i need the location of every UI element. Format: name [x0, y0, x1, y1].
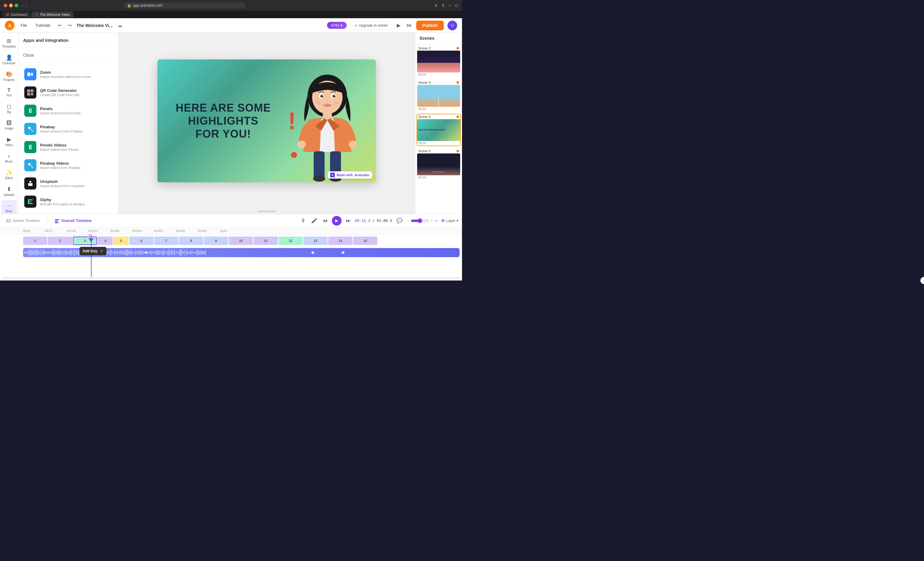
new-tab-icon[interactable]: + [448, 3, 451, 8]
audio-keyframe-4[interactable] [342, 251, 345, 254]
app-item-unsplash[interactable]: Unsplash Import pictures from Unsplash [21, 174, 116, 193]
zoom-slider: − + ⇔ [407, 218, 438, 223]
clip-13[interactable]: 13 [303, 236, 328, 245]
minimize-window[interactable] [9, 4, 13, 7]
close-panel-button[interactable]: Close [23, 52, 34, 59]
clip-2[interactable]: 2 [48, 236, 72, 245]
welcome-video-tab[interactable]: ⊞ The Welcome Video [32, 12, 74, 18]
timeline-header: Scene Timeline Overall Timeline 🎙 🎤 ⏮ ▶ … [0, 214, 462, 227]
scene4-label: Scene 4 [418, 115, 430, 118]
app-item-zoom[interactable]: Zoom Import recorded videos from zoom [21, 65, 116, 84]
clip-12[interactable]: 12 [279, 236, 303, 245]
app-item-giphy[interactable]: Giphy Add gifs from giphy to designs [21, 193, 116, 211]
svg-rect-33 [314, 151, 325, 179]
zoom-in-icon[interactable]: + [431, 218, 433, 223]
save-icon[interactable]: ☁ [117, 22, 122, 28]
download-icon[interactable]: ⬇ [434, 3, 438, 8]
app-item-pixabay-video[interactable]: Pixabay Videos Import videos from Pixaba… [21, 156, 116, 174]
redo-button[interactable]: ↪ [66, 21, 73, 29]
sidebar-item-effect[interactable]: ✨ Effect [1, 167, 17, 182]
mic-button[interactable]: 🎤 [310, 217, 318, 225]
play-button[interactable]: ▶ [332, 216, 342, 226]
sidebar-item-image[interactable]: 🖼 Image [1, 117, 17, 133]
audio-keyframe-3[interactable] [311, 251, 314, 254]
dashboard-tab-label: Dashboard [11, 13, 27, 16]
sidebar-item-bg[interactable]: ◻ Bg [1, 101, 17, 116]
clip-14[interactable]: 14 [328, 236, 352, 245]
share-icon[interactable]: ⬆ [441, 3, 445, 8]
caption-button[interactable]: 💬 [395, 217, 404, 225]
publish-button[interactable]: Publish [416, 21, 444, 30]
more-label: More [6, 209, 12, 213]
clip-5[interactable]: 5 [114, 236, 129, 245]
app-item-pexels-video[interactable]: Pexels Videos Import videos from Pexels [21, 138, 116, 156]
forward-button[interactable]: › [26, 3, 27, 8]
clip-4[interactable]: 4 [98, 236, 113, 245]
scene-item-5[interactable]: Scene 5 00:04 [417, 148, 461, 180]
canvas-text-line3: FOR YOU! [176, 127, 271, 141]
svg-point-29 [334, 101, 339, 104]
sidebar-item-more[interactable]: ··· More [1, 200, 17, 214]
canvas-text-block: HERE ARE SOME HIGHLIGHTS FOR YOU! [176, 101, 271, 141]
pixabay-video-app-desc: Import videos from Pixabay [40, 166, 80, 169]
scene-item-2[interactable]: Scene 2 00:04 [417, 45, 461, 78]
clip-10[interactable]: 10 [229, 236, 253, 245]
canvas-frame[interactable]: HERE ARE SOME HIGHLIGHTS FOR YOU! ! [158, 60, 376, 182]
back-button[interactable]: ‹ [22, 3, 23, 8]
giphy-app-name: Giphy [40, 197, 85, 202]
scenes-header: Scenes [415, 33, 462, 44]
skip-forward-button[interactable]: ⏭ [345, 217, 352, 225]
total-time: 01:06.5 [377, 218, 392, 223]
add-key-close-button[interactable]: × [100, 249, 104, 253]
fit-icon[interactable]: ⇔ [435, 218, 438, 223]
zoom-value: 97% [331, 23, 339, 28]
play-preview-button[interactable]: ▶ [396, 21, 402, 29]
timeline-scrollbar[interactable] [2, 277, 460, 279]
clip-7[interactable]: 7 [154, 236, 178, 245]
undo-button[interactable]: ↩ [56, 21, 63, 29]
audio-keyframe-2[interactable] [144, 251, 147, 254]
maximize-window[interactable] [15, 4, 18, 7]
sidebar-item-property[interactable]: 🎨 Property [1, 69, 17, 84]
zoom-out-icon[interactable]: − [407, 218, 409, 223]
timeline-zoom-slider[interactable] [411, 218, 429, 223]
dashboard-tab[interactable]: ⊞ Dashboard [2, 12, 31, 18]
upgrade-button[interactable]: ★ Upgrade to starter [350, 21, 392, 30]
sidebar-item-text[interactable]: T Text [1, 85, 17, 99]
sidebar-item-templates[interactable]: ⊞ Templates [1, 35, 17, 51]
sidebar-item-character[interactable]: 👤 Character [1, 52, 17, 67]
scene-audio-button[interactable]: 🎙 [300, 217, 307, 225]
clip-9[interactable]: 9 [204, 236, 228, 245]
clip-11[interactable]: 11 [254, 236, 278, 245]
scene-item-3[interactable]: Scene 3 00:04 [417, 79, 461, 112]
skip-back-button[interactable]: ⏮ [321, 217, 329, 225]
close-window[interactable] [4, 4, 7, 7]
svg-rect-40 [55, 222, 58, 223]
clip-15[interactable]: 15 [353, 236, 377, 245]
scene-timeline-tab[interactable]: Scene Timeline [4, 217, 42, 224]
sidebar-item-uploads[interactable]: ⬆ Uploads [1, 184, 17, 199]
clip-8[interactable]: 8 [179, 236, 203, 245]
layer-button[interactable]: Layer ▾ [441, 218, 458, 223]
app-item-qr[interactable]: QR Code Generator Create QR Code from UR… [21, 84, 116, 102]
add-key-label: Add Key [82, 249, 98, 253]
clip-6[interactable]: 6 [129, 236, 153, 245]
user-avatar[interactable]: U [447, 21, 457, 30]
canvas-scroll-handle[interactable] [258, 211, 276, 212]
file-menu[interactable]: File [18, 22, 29, 29]
svg-rect-8 [32, 93, 33, 94]
overall-timeline-tab[interactable]: Overall Timeline [52, 217, 94, 224]
uploads-icon: ⬆ [7, 186, 11, 193]
share-button[interactable]: ⋈ [405, 21, 412, 29]
scene3-label: Scene 3 [418, 81, 430, 84]
extensions-icon[interactable]: ⊡ [455, 3, 458, 8]
app-item-pixabay[interactable]: Pixabay Import pictures from Pixabay [21, 120, 116, 138]
scene-item-4[interactable]: Scene 4 HERE ARE SOME HIGHLIGHTS 00:04 [417, 114, 461, 146]
zoom-level[interactable]: 97% ▾ [327, 22, 347, 29]
address-bar[interactable]: 🔒 app.animaker.com [124, 2, 245, 9]
tutorials-menu[interactable]: Tutorials [33, 22, 53, 29]
sidebar-item-music[interactable]: ♪ Music [1, 150, 17, 166]
sidebar-item-video[interactable]: ▶ Video [1, 134, 17, 149]
app-item-pexels[interactable]: Pexels Import pictures from Pexels [21, 102, 116, 120]
clip-1[interactable]: 1 [23, 236, 47, 245]
